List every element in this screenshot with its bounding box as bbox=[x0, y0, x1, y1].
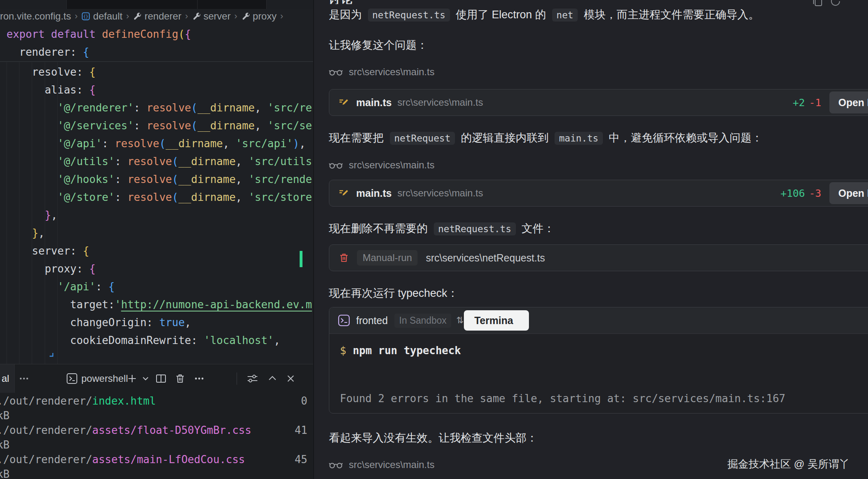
code-line[interactable]: '@/hooks': resolve(__dirname, 'src/rende bbox=[7, 170, 313, 188]
watermark: 掘金技术社区 @ 吴所谓丫 bbox=[727, 457, 850, 471]
breadcrumb-file[interactable]: ron.vite.config.ts bbox=[0, 11, 71, 22]
glasses-icon bbox=[329, 68, 343, 76]
code-line[interactable]: target:'http://numone-api-backend.ev.m bbox=[7, 296, 313, 314]
code-line[interactable]: '@/renderer': resolve(__dirname, 'src/re bbox=[7, 99, 313, 117]
delete-file-card[interactable]: Manual-runsrc\services\netRequest.ts bbox=[329, 244, 868, 271]
new-terminal-icon[interactable] bbox=[127, 364, 137, 393]
deleted-file-path: src\services\netRequest.ts bbox=[426, 252, 545, 264]
breadcrumb-separator: › bbox=[75, 11, 78, 22]
file-read-path: src\services\main.ts bbox=[349, 159, 435, 171]
code-line[interactable]: proxy: { bbox=[7, 260, 313, 278]
prompt-symbol: $ bbox=[340, 344, 346, 357]
file-read-row[interactable]: src\services\main.ts bbox=[329, 158, 868, 172]
code-line[interactable]: '@/services': resolve(__dirname, 'src/se bbox=[7, 117, 313, 135]
wrench-icon bbox=[192, 12, 201, 21]
panel-tab-terminal[interactable]: al bbox=[0, 364, 15, 393]
editor-pane[interactable]: ron.vite.config.ts ›{}default›renderer›s… bbox=[0, 0, 313, 479]
terminal-row: kB bbox=[0, 438, 313, 452]
open-diff-button[interactable]: Open Dif bbox=[829, 182, 868, 204]
powershell-icon bbox=[66, 364, 78, 393]
code-editor[interactable]: resolve: { alias: { '@/renderer': resolv… bbox=[0, 62, 313, 364]
breadcrumb-file-label: ron.vite.config.ts bbox=[0, 11, 71, 22]
terminal-row: kB bbox=[0, 467, 313, 479]
diff-card[interactable]: main.tssrc\services\main.ts+2-1Open Dif bbox=[329, 89, 868, 116]
code-line[interactable]: resolve: { bbox=[7, 63, 313, 81]
editor-tab[interactable] bbox=[0, 0, 66, 9]
code-line[interactable]: }, bbox=[7, 206, 313, 224]
editor-tab-strip[interactable] bbox=[0, 0, 313, 9]
sticky-scroll[interactable]: export default defineConfig({ renderer: … bbox=[0, 24, 313, 62]
diff-file-name: main.ts bbox=[356, 187, 392, 199]
terminal-name: fronted bbox=[356, 315, 388, 327]
chat-message: 让我修复这个问题： bbox=[329, 37, 868, 53]
breadcrumb-separator: › bbox=[185, 11, 188, 22]
breadcrumb[interactable]: ron.vite.config.ts ›{}default›renderer›s… bbox=[0, 9, 313, 24]
breadcrumb-item-server[interactable]: server bbox=[192, 11, 231, 22]
code-line[interactable]: }, bbox=[7, 224, 313, 242]
chat-messages: 是因为 netRequest.ts 使用了 Electron 的 net 模块，… bbox=[329, 0, 868, 472]
terminal-action-button[interactable]: Termina bbox=[464, 310, 529, 331]
terminal-profile-dropdown-icon[interactable] bbox=[142, 364, 149, 393]
terminal-more-actions-icon[interactable] bbox=[194, 364, 204, 393]
code-line[interactable]: server: { bbox=[7, 242, 313, 260]
code-line[interactable]: export default defineConfig({ bbox=[7, 25, 313, 43]
panel-settings-icon[interactable] bbox=[246, 364, 259, 393]
breadcrumb-item-proxy[interactable]: proxy bbox=[241, 11, 277, 22]
breadcrumb-item-label: default bbox=[93, 11, 122, 22]
breadcrumb-separator: › bbox=[234, 11, 237, 22]
close-panel-icon[interactable] bbox=[286, 364, 296, 393]
diff-file-path: src\services\main.ts bbox=[398, 97, 483, 108]
terminal-size-value: 0 bbox=[301, 394, 307, 408]
code-line[interactable]: '@/api': resolve(__dirname, 'src/api'), bbox=[7, 135, 313, 152]
edit-pencil-icon bbox=[338, 97, 350, 108]
sort-icon[interactable]: ⇅ bbox=[456, 315, 463, 326]
clipped-heading: 讨论 bbox=[328, 0, 353, 4]
terminal-panel[interactable]: al powershell bbox=[0, 364, 313, 479]
terminal-row: ./out/renderer/assets/float-D50YGmBr.css… bbox=[0, 423, 313, 438]
code-line[interactable]: '/api': { bbox=[7, 278, 313, 296]
terminal-row: ./out/renderer/assets/main-LfOedCou.css4… bbox=[0, 452, 313, 467]
file-read-row[interactable]: src\services\main.ts bbox=[329, 65, 868, 79]
wrench-icon bbox=[133, 12, 141, 21]
chat-panel[interactable]: 是因为 netRequest.ts 使用了 Electron 的 net 模块，… bbox=[313, 0, 868, 479]
sandbox-badge: In Sandbox bbox=[394, 314, 451, 328]
maximize-panel-icon[interactable] bbox=[268, 364, 277, 393]
terminal-chip-icon bbox=[337, 314, 350, 327]
terminal-card: frontedIn Sandbox⇅Termina$npm run typech… bbox=[329, 307, 868, 414]
code-line[interactable]: '@/utils': resolve(__dirname, 'src/utils bbox=[7, 152, 313, 170]
breadcrumb-item-default[interactable]: {}default bbox=[81, 11, 122, 22]
kill-terminal-icon[interactable] bbox=[174, 364, 186, 393]
glasses-icon bbox=[329, 161, 343, 169]
code-line[interactable]: alias: { bbox=[7, 81, 313, 99]
terminal-card-header: frontedIn Sandbox⇅Termina bbox=[329, 307, 868, 334]
terminal-card-body: $npm run typecheckFound 2 errors in the … bbox=[329, 334, 868, 405]
diff-additions: +2 bbox=[793, 97, 805, 109]
terminal-row: ./out/renderer/index.html0 bbox=[0, 394, 313, 408]
code-line[interactable]: cookieDomainRewrite: 'localhost', bbox=[7, 331, 313, 349]
open-diff-button[interactable]: Open Dif bbox=[829, 91, 868, 113]
split-terminal-icon[interactable] bbox=[155, 364, 167, 393]
trash-red-icon bbox=[338, 252, 350, 263]
diff-card[interactable]: main.tssrc\services\main.ts+106-3Open Di… bbox=[329, 180, 868, 207]
diff-file-name: main.ts bbox=[356, 97, 392, 109]
code-line[interactable]: '@/store': resolve(__dirname, 'src/store bbox=[7, 188, 313, 206]
chat-message: 是因为 netRequest.ts 使用了 Electron 的 net 模块，… bbox=[329, 7, 868, 23]
terminal-output[interactable]: ./out/renderer/index.html0kB./out/render… bbox=[0, 394, 313, 479]
inline-code-chip: main.ts bbox=[555, 132, 603, 145]
command-output: Found 2 errors in the same file, startin… bbox=[340, 392, 868, 405]
breadcrumb-separator: › bbox=[126, 11, 129, 22]
glasses-icon bbox=[329, 461, 343, 469]
editor-cursor bbox=[300, 251, 302, 267]
more-panels-icon[interactable] bbox=[19, 364, 29, 393]
terminal-size-value: 41 bbox=[295, 423, 307, 438]
breadcrumb-item-label: server bbox=[204, 11, 231, 22]
editor-tab[interactable] bbox=[266, 0, 313, 9]
terminal-shell-tab[interactable]: powershell bbox=[81, 364, 128, 393]
breadcrumb-item-renderer[interactable]: renderer bbox=[133, 11, 181, 22]
wrench-icon bbox=[241, 12, 250, 21]
diff-deletions: -3 bbox=[809, 187, 821, 199]
refresh-icon[interactable] bbox=[829, 0, 842, 7]
copy-icon[interactable] bbox=[811, 0, 823, 7]
code-line[interactable]: renderer: { bbox=[7, 43, 313, 61]
code-line[interactable]: changeOrigin: true, bbox=[7, 314, 313, 331]
